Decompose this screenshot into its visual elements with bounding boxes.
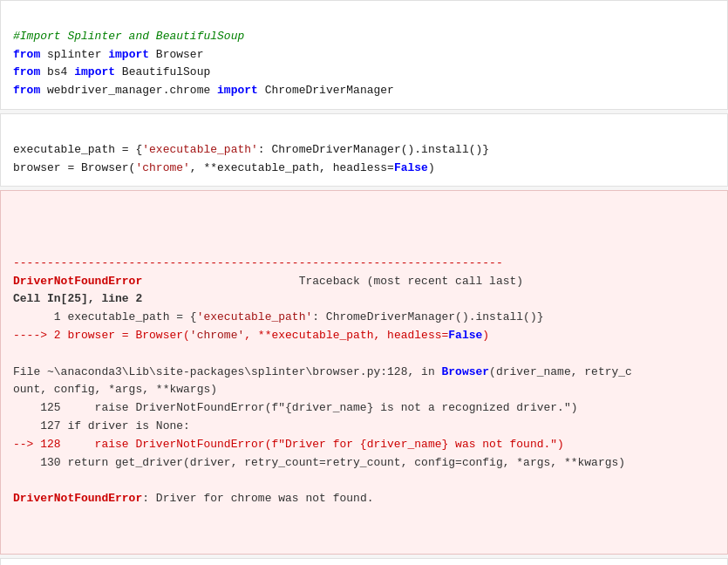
error-cell-ref: Cell In[25], line 2 [13,292,142,305]
error-file-ref: File ~\anaconda3\Lib\site-packages\splin… [13,365,632,378]
error-arrow-128: --> 128 raise DriverNotFoundError(f"Driv… [13,438,564,451]
kw-import-3: import [217,84,258,97]
error-separator: ----------------------------------------… [13,256,503,269]
kw-from-1: from [13,48,40,61]
error-line1: 1 executable_path = {'executable_path': … [13,310,544,323]
kw-from-3: from [13,84,40,97]
kw-import-1: import [108,48,149,61]
cell-error: ----------------------------------------… [0,190,728,554]
error-final-text: : Driver for chrome was not found. [142,492,373,505]
error-title: DriverNotFoundError [13,275,142,288]
cell-setup: executable_path = {'executable_path': Ch… [0,113,728,187]
cell-imports-code[interactable]: #Import Splinter and BeautifulSoup from … [1,1,727,109]
error-final: DriverNotFoundError [13,492,142,505]
cell-visit: ⎘ ↑ ↓ ⤓ ═ 🗑 # Visit the Mars NASA news s… [0,558,728,565]
kw-from-2: from [13,65,40,78]
error-traceback-header: Traceback (most recent call last) [142,275,523,288]
cell-imports: #Import Splinter and BeautifulSoup from … [0,0,728,110]
cell-visit-code[interactable]: # Visit the Mars NASA news site: https:/… [1,559,727,565]
notebook-container: #Import Splinter and BeautifulSoup from … [0,0,728,565]
error-content: ----------------------------------------… [13,236,715,508]
error-file-ref2: ount, config, *args, **kwargs) [13,383,217,396]
error-arrow-line: ----> 2 browser = Browser('chrome', **ex… [13,329,489,342]
error-127: 127 if driver is None: [13,419,190,432]
setup-line1: executable_path = {'executable_path': Ch… [13,143,489,156]
error-125: 125 raise DriverNotFoundError(f"{driver_… [13,401,578,414]
comment-import-splinter: #Import Splinter and BeautifulSoup [13,30,244,43]
cell-setup-code[interactable]: executable_path = {'executable_path': Ch… [1,114,727,186]
kw-import-2: import [74,65,115,78]
error-130: 130 return get_driver(driver, retry_coun… [13,456,625,469]
setup-line2: browser = Browser('chrome', **executable… [13,161,435,174]
